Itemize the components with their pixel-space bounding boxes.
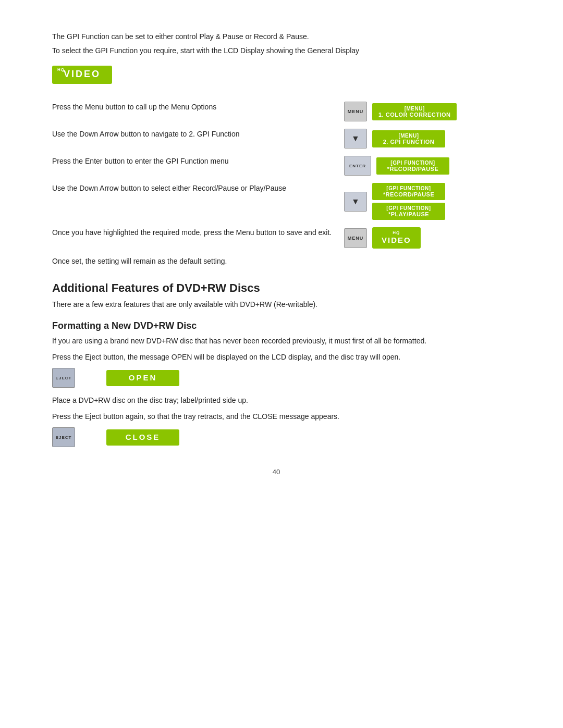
instruction-down-gpi: Use the Down Arrow button to navigate to… bbox=[52, 129, 500, 149]
instruction-menu-save-text: Once you have highlighted the required m… bbox=[52, 227, 334, 243]
additional-features-heading: Additional Features of DVD+RW Discs bbox=[52, 281, 500, 295]
once-set-text: Once set, the setting will remain as the… bbox=[52, 256, 500, 267]
menu-save-lcd: HQ VIDEO bbox=[372, 227, 421, 249]
formatting-heading: Formatting a New DVD+RW Disc bbox=[52, 320, 500, 331]
instruction-enter-gpi-images: ENTER [GPI FUNCTION] *RECORD/PAUSE bbox=[334, 156, 500, 176]
instruction-menu-save: Once you have highlighted the required m… bbox=[52, 227, 500, 249]
instruction-enter-gpi-text: Press the Enter button to enter the GPI … bbox=[52, 156, 334, 172]
intro-line2: To select the GPI Function you require, … bbox=[52, 45, 500, 56]
intro-line1: The GPI Function can be set to either co… bbox=[52, 31, 500, 42]
instruction-menu-text: Press the Menu button to call up the Men… bbox=[52, 102, 334, 118]
page-number: 40 bbox=[52, 468, 500, 476]
gpi-record-lcd: [GPI FUNCTION] *RECORD/PAUSE bbox=[372, 183, 445, 200]
page-content: The GPI Function can be set to either co… bbox=[52, 31, 500, 476]
formatting-para2: Press the Eject button, the message OPEN… bbox=[52, 352, 500, 363]
instruction-menu: Press the Menu button to call up the Men… bbox=[52, 102, 500, 121]
instruction-down-gpi-images: ▼ [MENU] 2. GPI FUNCTION bbox=[334, 129, 500, 149]
menu-lcd: [MENU] 1. COLOR CORRECTION bbox=[372, 103, 457, 120]
instruction-menu-save-images: MENU HQ VIDEO bbox=[334, 227, 500, 249]
additional-features-text: There are a few extra features that are … bbox=[52, 299, 500, 310]
eject-open-row: EJECT OPEN bbox=[52, 368, 500, 388]
formatting-para4: Press the Eject button again, so that th… bbox=[52, 411, 500, 422]
eject-close-button-icon: EJECT bbox=[52, 427, 75, 447]
instruction-select-mode-images: ▼ [GPI FUNCTION] *RECORD/PAUSE [GPI FUNC… bbox=[334, 183, 500, 220]
instruction-menu-images: MENU [MENU] 1. COLOR CORRECTION bbox=[334, 102, 500, 121]
instruction-enter-gpi: Press the Enter button to enter the GPI … bbox=[52, 156, 500, 176]
enter-button-icon: ENTER bbox=[344, 156, 371, 176]
formatting-para3: Place a DVD+RW disc on the disc tray; la… bbox=[52, 395, 500, 406]
menu-button-icon: MENU bbox=[344, 102, 367, 121]
hq-label: HQ bbox=[57, 67, 65, 72]
eject-close-row: EJECT CLOSE bbox=[52, 427, 500, 447]
gpi-options: [GPI FUNCTION] *RECORD/PAUSE [GPI FUNCTI… bbox=[372, 183, 445, 220]
formatting-para1: If you are using a brand new DVD+RW disc… bbox=[52, 336, 500, 347]
instruction-select-mode: Use the Down Arrow button to select eith… bbox=[52, 183, 500, 220]
enter-gpi-lcd: [GPI FUNCTION] *RECORD/PAUSE bbox=[376, 157, 449, 175]
eject-button-icon: EJECT bbox=[52, 368, 75, 388]
video-badge: HQ VIDEO bbox=[52, 66, 112, 84]
down-arrow-icon: ▼ bbox=[344, 129, 367, 149]
down-arrow-select-icon: ▼ bbox=[344, 192, 367, 212]
close-lcd: CLOSE bbox=[106, 429, 179, 446]
instruction-down-gpi-text: Use the Down Arrow button to navigate to… bbox=[52, 129, 334, 145]
menu-save-button-icon: MENU bbox=[344, 228, 367, 248]
open-lcd: OPEN bbox=[106, 370, 179, 386]
gpi-play-lcd: [GPI FUNCTION] *PLAY/PAUSE bbox=[372, 203, 445, 220]
down-gpi-lcd: [MENU] 2. GPI FUNCTION bbox=[372, 130, 445, 147]
instruction-select-mode-text: Use the Down Arrow button to select eith… bbox=[52, 183, 334, 199]
